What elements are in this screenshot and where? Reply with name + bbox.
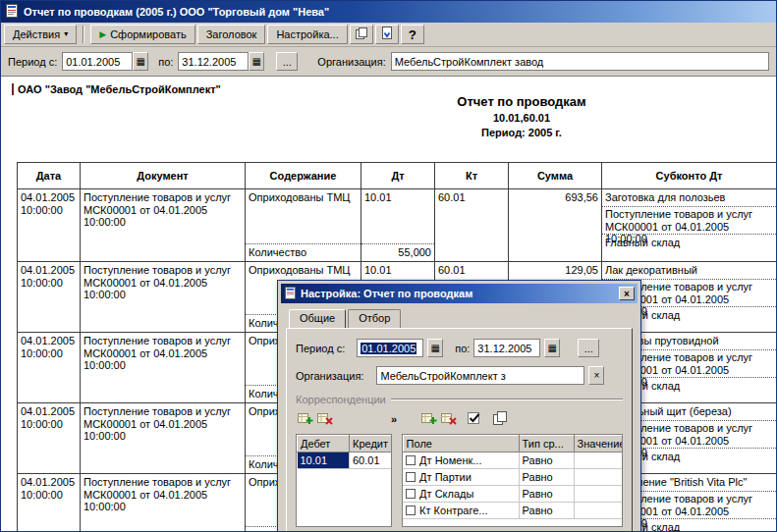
cell-document[interactable]: Поступление товаров и услуг МСК00001 от … (81, 262, 246, 333)
cell-date[interactable]: 04.01.2005 10:00:00 (18, 262, 81, 333)
cell-subconto[interactable]: Заготовка для полозьев Поступление товар… (602, 189, 777, 262)
settings-button[interactable]: Настройка... (267, 25, 347, 44)
comparison-type[interactable]: Равно (519, 452, 574, 469)
filter-value[interactable] (574, 469, 623, 486)
document-text: Поступление товаров и услуг МСК00001 от … (81, 474, 245, 515)
dialog-close-button[interactable]: × (619, 287, 635, 300)
filter-value[interactable] (574, 486, 623, 503)
field-checkbox[interactable] (406, 489, 416, 499)
filter-value[interactable] (574, 503, 623, 519)
filter-row[interactable]: Дт Номенк... Равно (403, 452, 623, 469)
add-row-icon (421, 410, 437, 428)
cell-document[interactable]: Поступление товаров и услуг МСК00001 от … (81, 333, 246, 403)
help-button[interactable]: ? (401, 25, 424, 44)
date-text: 04.01.2005 10:00:00 (18, 262, 80, 291)
column-header-document: Документ (81, 163, 246, 189)
dialog-org-input[interactable] (376, 366, 584, 385)
header-button[interactable]: Заголовок (197, 25, 266, 44)
column-header-credit: Кт (435, 163, 509, 189)
calendar-icon: ▦ (548, 343, 557, 353)
column-header-value[interactable]: Значение (574, 436, 623, 452)
column-header-debit[interactable]: Дебет (298, 436, 350, 452)
cell-date[interactable]: 04.01.2005 10:00:00 (18, 333, 81, 403)
actions-menu-button[interactable]: Действия ▾ (4, 25, 77, 44)
debit-cell[interactable]: 10.01 (298, 452, 350, 469)
calendar-to-button[interactable]: ▦ (249, 52, 264, 71)
sum-value: 693,56 (509, 189, 601, 206)
dialog-period-to-input[interactable] (473, 339, 540, 357)
cell-document[interactable]: Поступление товаров и услуг МСК00001 от … (81, 189, 246, 262)
dialog-org-label: Организация: (296, 370, 363, 382)
field-name: Кт Контраге... (419, 505, 487, 516)
table-header-row: Дата Документ Содержание Дт Кт Сумма Суб… (18, 163, 777, 189)
add-correspondence-button[interactable] (296, 410, 315, 428)
period-from-input[interactable] (62, 52, 133, 71)
dialog-period-from-label: Период с: (296, 343, 345, 354)
play-icon: ▶ (99, 29, 106, 39)
copy-settings-button[interactable] (490, 410, 510, 428)
org-input[interactable] (391, 52, 769, 71)
dialog-body: Общие Отбор Период с: 01.01.2005 ▦ по: ▦… (281, 303, 638, 532)
period-to-label: по: (158, 56, 173, 68)
comparison-type[interactable]: Равно (519, 486, 574, 503)
date-text: 04.01.2005 10:00:00 (18, 333, 80, 361)
filter-row[interactable]: Кт Контраге... Равно (403, 503, 623, 519)
export-button[interactable] (375, 25, 399, 44)
dialog-period-from-input[interactable]: 01.01.2005 (357, 339, 423, 357)
delete-correspondence-button[interactable] (315, 410, 335, 428)
comparison-type[interactable]: Равно (519, 503, 574, 519)
calendar-from-button[interactable]: ▦ (133, 52, 148, 71)
field-checkbox[interactable] (406, 455, 416, 465)
company-name: ОАО "Завод "МебельСтройКомплект" (12, 83, 221, 95)
document-text: Поступление товаров и услуг МСК00001 от … (81, 262, 245, 303)
copy-button[interactable] (350, 25, 373, 44)
cell-date[interactable]: 04.01.2005 10:00:00 (18, 474, 81, 532)
expand-button[interactable]: » (384, 410, 404, 428)
cell-date[interactable]: 04.01.2005 10:00:00 (18, 403, 81, 474)
cell-date[interactable]: 04.01.2005 10:00:00 (18, 189, 81, 262)
tab-general[interactable]: Общие (289, 309, 346, 328)
check-flags-button[interactable] (465, 410, 484, 428)
add-filter-button[interactable] (419, 410, 439, 428)
filter-row[interactable]: Дт Партии Равно (403, 469, 623, 486)
generate-button[interactable]: ▶ Сформировать (90, 25, 194, 44)
cell-document[interactable]: Поступление товаров и услуг МСК00001 от … (81, 403, 246, 474)
column-header-type[interactable]: Тип ср... (519, 436, 574, 452)
delete-filter-button[interactable] (439, 410, 459, 428)
period-options-button[interactable]: ... (276, 52, 298, 71)
cell-document[interactable]: Поступление товаров и услуг МСК00001 от … (81, 474, 246, 532)
correspondence-row[interactable]: 10.01 60.01 (298, 452, 392, 469)
tab-filter[interactable]: Отбор (348, 309, 401, 328)
cell-content[interactable]: Оприходованы ТМЦ Количество (246, 189, 361, 262)
filter-row[interactable]: Дт Склады Равно (403, 486, 623, 503)
field-name: Дт Номенк... (419, 454, 481, 466)
column-header-debit: Дт (361, 163, 435, 189)
dialog-grid-toolbar: » (296, 409, 623, 429)
comparison-type[interactable]: Равно (519, 469, 574, 486)
dialog-calendar-from-button[interactable]: ▦ (427, 339, 443, 357)
window-title: Отчет по проводкам (2005 г.) ООО "Торгов… (24, 6, 329, 18)
dialog-org-clear-button[interactable]: × (588, 366, 604, 385)
period-to-input[interactable] (178, 52, 249, 71)
group-divider (391, 399, 623, 400)
column-header-credit[interactable]: Кредит (350, 436, 392, 452)
debit-credit-grid[interactable]: Дебет Кредит 10.01 60.01 (296, 434, 392, 527)
period-from-label: Период с: (8, 56, 57, 68)
field-checkbox[interactable] (406, 472, 416, 482)
field-name: Дт Склады (419, 488, 473, 500)
cell-sum[interactable]: 693,56 (509, 189, 602, 262)
correspondence-group-label: Корреспонденции (296, 394, 386, 405)
column-header-sum: Сумма (509, 163, 602, 189)
field-checkbox[interactable] (406, 505, 416, 515)
dialog-calendar-to-button[interactable]: ▦ (544, 339, 560, 357)
credit-cell[interactable]: 60.01 (350, 452, 392, 469)
clear-icon: × (593, 370, 599, 381)
column-header-field[interactable]: Поле (403, 436, 519, 452)
dialog-period-options-button[interactable]: ... (578, 339, 599, 357)
dialog-period-from-value: 01.01.2005 (361, 343, 416, 354)
filter-fields-grid[interactable]: Поле Тип ср... Значение Дт Номенк... Рав… (402, 434, 623, 527)
cell-credit-account[interactable]: 60.01 (435, 189, 509, 262)
filter-value[interactable] (574, 452, 623, 469)
cell-debit-account[interactable]: 10.01 55,000 (361, 189, 435, 262)
dialog-titlebar[interactable]: Настройка: Отчет по проводкам × (281, 284, 638, 303)
